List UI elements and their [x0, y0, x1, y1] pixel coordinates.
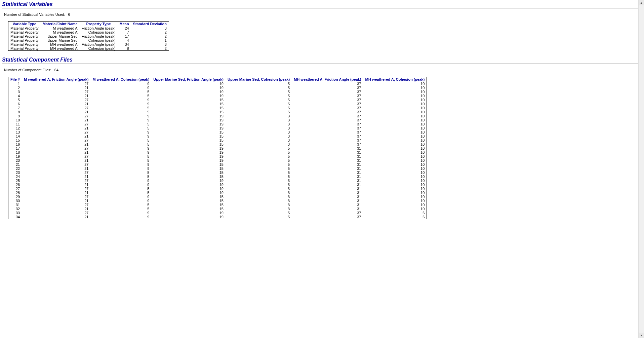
files-cell: 10 — [363, 118, 427, 122]
files-cell: 23 — [8, 171, 22, 175]
files-cell: 10 — [363, 126, 427, 130]
files-cell: 5 — [90, 154, 151, 158]
files-cell: 27 — [22, 114, 90, 118]
files-cell: 5 — [90, 138, 151, 142]
files-cell: 9 — [8, 114, 22, 118]
files-cell: 27 — [22, 106, 90, 110]
files-cell: 30 — [8, 199, 22, 203]
files-cell: 9 — [90, 98, 151, 102]
files-cell: 3 — [226, 183, 292, 187]
files-cell: 21 — [22, 150, 90, 154]
files-cell: 37 — [292, 134, 363, 138]
files-cell: 5 — [90, 191, 151, 195]
files-cell: 3 — [226, 126, 292, 130]
vars-cell: Friction Angle (peak) — [80, 34, 118, 38]
files-cell: 5 — [90, 110, 151, 114]
files-cell: 19 — [151, 183, 226, 187]
files-cell: 21 — [22, 183, 90, 187]
files-cell: 10 — [363, 199, 427, 203]
files-cell: 15 — [151, 195, 226, 199]
files-cell: 21 — [22, 191, 90, 195]
files-cell: 21 — [22, 199, 90, 203]
files-cell: 27 — [22, 130, 90, 134]
files-cell: 19 — [151, 146, 226, 150]
files-cell: 5 — [90, 175, 151, 179]
files-table-row: 232751553110 — [8, 171, 427, 175]
files-cell: 19 — [151, 179, 226, 183]
files-cell: 10 — [363, 158, 427, 162]
files-cell: 3 — [226, 207, 292, 211]
vars-cell: Cohesion (peak) — [80, 46, 118, 51]
files-cell: 3 — [226, 142, 292, 146]
vars-cell: MH weathered A — [41, 46, 80, 51]
files-header-cell: M weathered A, Cohesion (peak) — [90, 77, 151, 82]
files-cell: 10 — [8, 118, 22, 122]
files-cell: 10 — [363, 146, 427, 150]
files-header-cell: Upper Marine Sed, Friction Angle (peak) — [151, 77, 226, 82]
files-cell: 37 — [292, 94, 363, 98]
files-table-row: 172791953110 — [8, 146, 427, 150]
files-cell: 1 — [8, 82, 22, 86]
files-cell: 3 — [226, 118, 292, 122]
files-cell: 14 — [8, 134, 22, 138]
files-cell: 3 — [226, 199, 292, 203]
files-table-row: 142191533710 — [8, 134, 427, 138]
vars-cell: Cohesion (peak) — [80, 38, 118, 42]
files-table-row: 72751553710 — [8, 106, 427, 110]
files-cell: 21 — [22, 118, 90, 122]
files-cell: 13 — [8, 130, 22, 134]
files-cell: 31 — [292, 162, 363, 166]
files-cell: 10 — [363, 171, 427, 175]
files-cell: 21 — [22, 166, 90, 171]
files-table-row: 272751933110 — [8, 187, 427, 191]
files-cell: 5 — [226, 215, 292, 219]
files-table-row: 292791533110 — [8, 195, 427, 199]
files-cell: 19 — [151, 211, 226, 215]
files-cell: 19 — [151, 126, 226, 130]
files-cell: 5 — [90, 126, 151, 130]
vars-cell: Material Property — [8, 42, 41, 46]
files-cell: 19 — [151, 122, 226, 126]
files-cell: 10 — [363, 187, 427, 191]
vars-cell: 3 — [131, 26, 169, 30]
files-cell: 19 — [8, 154, 22, 158]
files-cell: 5 — [226, 154, 292, 158]
files-cell: 9 — [90, 134, 151, 138]
files-cell: 10 — [363, 114, 427, 118]
files-cell: 37 — [292, 215, 363, 219]
files-table-row: 212791553110 — [8, 162, 427, 166]
vertical-scrollbar[interactable]: ▲ ▼ — [638, 0, 644, 225]
files-cell: 31 — [292, 150, 363, 154]
files-cell: 3 — [226, 138, 292, 142]
files-table-row: 62191553710 — [8, 102, 427, 106]
files-cell: 25 — [8, 179, 22, 183]
files-cell: 10 — [363, 98, 427, 102]
files-cell: 15 — [151, 98, 226, 102]
files-table-row: 162151533710 — [8, 142, 427, 146]
files-cell: 19 — [151, 86, 226, 90]
files-cell: 5 — [90, 94, 151, 98]
files-cell: 27 — [22, 162, 90, 166]
files-cell: 10 — [363, 183, 427, 187]
files-cell: 10 — [363, 122, 427, 126]
files-cell: 27 — [22, 171, 90, 175]
files-cell: 5 — [226, 110, 292, 114]
files-cell: 5 — [90, 122, 151, 126]
files-cell: 3 — [226, 130, 292, 134]
files-cell: 5 — [226, 82, 292, 86]
scroll-up-icon[interactable]: ▲ — [639, 0, 644, 5]
files-cell: 15 — [8, 138, 22, 142]
files-cell: 26 — [8, 183, 22, 187]
files-table-row: 192751953110 — [8, 154, 427, 158]
files-cell: 10 — [363, 102, 427, 106]
vars-cell: Material Property — [8, 34, 41, 38]
files-cell: 21 — [22, 94, 90, 98]
files-cell: 3 — [226, 122, 292, 126]
files-cell: 20 — [8, 158, 22, 162]
files-cell: 5 — [226, 146, 292, 150]
files-cell: 21 — [22, 134, 90, 138]
files-cell: 5 — [90, 171, 151, 175]
files-cell: 37 — [292, 142, 363, 146]
files-cell: 10 — [363, 162, 427, 166]
files-cell: 5 — [226, 98, 292, 102]
